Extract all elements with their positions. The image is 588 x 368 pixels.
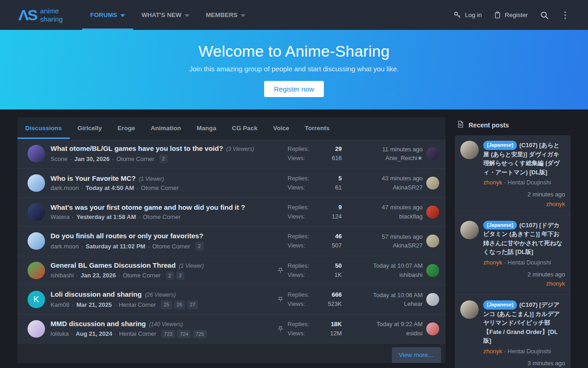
avatar[interactable]: [28, 174, 45, 192]
thread-author[interactable]: ishibashi: [51, 272, 74, 279]
forum-tab[interactable]: Girlcelly: [70, 117, 110, 139]
thread-title[interactable]: What's was your first otome game and how…: [51, 203, 245, 211]
thread-forum[interactable]: Otome Corner: [147, 243, 190, 250]
avatar[interactable]: K: [28, 291, 45, 308]
post-category[interactable]: Hentai Doujinshi: [502, 259, 551, 266]
thread-forum[interactable]: Hentai Corner: [114, 301, 156, 308]
post-category[interactable]: Hentai Doujinshi: [502, 348, 551, 355]
page-badge[interactable]: 2: [159, 155, 168, 163]
forum-tab[interactable]: Torrents: [297, 117, 337, 139]
nav-link[interactable]: MEMBERS: [198, 0, 254, 30]
thread-title[interactable]: General BL Games Discussion Thread: [51, 261, 175, 269]
document-icon: [457, 120, 464, 130]
avatar[interactable]: [28, 320, 45, 338]
thread-forum[interactable]: Otome Corner: [138, 213, 181, 220]
kebab-menu-icon[interactable]: ⋮: [561, 11, 570, 19]
last-post-time[interactable]: Today at 10:07 AM: [373, 262, 423, 269]
last-post-user[interactable]: blackflag: [399, 213, 423, 220]
forum-tab[interactable]: Eroge: [110, 117, 143, 139]
last-post-time[interactable]: 11 minutes ago: [382, 146, 423, 153]
nav-link[interactable]: WHAT'S NEW: [133, 0, 198, 30]
thread-title[interactable]: Loli discussion and sharing: [51, 290, 141, 298]
last-poster-avatar[interactable]: [426, 177, 439, 190]
forum-tab[interactable]: CG Pack: [224, 117, 266, 139]
last-post-user[interactable]: esidisi: [406, 330, 423, 337]
thread-title[interactable]: Do you finish all routes or only your fa…: [51, 232, 204, 240]
avatar[interactable]: [460, 221, 479, 239]
page-badge[interactable]: 724: [177, 330, 191, 339]
page-badge[interactable]: 27: [187, 300, 198, 309]
page-badge[interactable]: 3: [176, 271, 184, 280]
last-post-time[interactable]: Today at 10:06 AM: [373, 292, 423, 299]
thread-title[interactable]: What otome/BL/GL games have you lost to …: [51, 144, 223, 152]
forum-tab[interactable]: Voice: [265, 117, 297, 139]
page-badge[interactable]: 26: [174, 300, 185, 309]
nav-link[interactable]: FORUMS: [82, 0, 134, 30]
page-badge[interactable]: 725: [193, 330, 207, 339]
avatar[interactable]: [28, 262, 45, 279]
thread-forum[interactable]: Otome Corner: [118, 272, 160, 279]
recent-post-item[interactable]: [Japanese](C107) [デジアンコ (あんこまん)] カルデアヤリマ…: [455, 295, 571, 368]
thread-row[interactable]: What's was your first otome game and how…: [17, 198, 446, 227]
avatar[interactable]: [28, 232, 45, 250]
thread-row[interactable]: General BL Games Discussion Thread (1 Vi…: [17, 256, 446, 286]
thread-author[interactable]: Kam08: [51, 301, 69, 308]
last-post-user[interactable]: AkinaSR27: [393, 184, 423, 191]
thread-forum[interactable]: Hentai Corner: [114, 330, 156, 337]
thread-title[interactable]: MMD discussion and sharing: [51, 320, 146, 328]
thread-row[interactable]: Who is Your Favorite MC? (1 Viewer) dark…: [17, 169, 446, 198]
thread-author[interactable]: Scone: [51, 155, 68, 162]
thread-row[interactable]: K Loli discussion and sharing (26 Viewer…: [17, 285, 446, 315]
avatar[interactable]: [460, 300, 479, 319]
thread-author[interactable]: dark.moon: [51, 243, 79, 250]
last-poster-avatar[interactable]: [426, 235, 439, 247]
last-post-user[interactable]: ishibashi: [399, 271, 423, 278]
register-button[interactable]: Register: [494, 11, 528, 19]
forum-tab[interactable]: Animation: [143, 117, 189, 139]
last-post-user[interactable]: AkinaSR27: [393, 242, 423, 249]
post-category[interactable]: Hentai Doujinshi: [502, 179, 551, 186]
last-post-time[interactable]: 57 minutes ago: [382, 233, 423, 240]
last-poster-avatar[interactable]: [426, 322, 439, 335]
last-post-user[interactable]: Lehear: [404, 300, 423, 307]
last-poster-avatar[interactable]: [426, 264, 439, 277]
register-now-button[interactable]: Register now: [264, 81, 324, 97]
last-post-time[interactable]: 43 minutes ago: [382, 175, 423, 182]
page-badge[interactable]: 2: [195, 242, 204, 251]
page-badge[interactable]: 723: [161, 330, 175, 339]
post-author[interactable]: zhonyk: [483, 348, 502, 355]
post-time-user[interactable]: zhonyk: [546, 201, 565, 207]
site-logo[interactable]: ΛS anime sharing: [18, 7, 63, 23]
thread-author[interactable]: loliluka: [51, 330, 69, 337]
thread-list: What otome/BL/GL games have you lost to …: [17, 139, 446, 363]
post-author[interactable]: zhonyk: [483, 179, 502, 186]
post-time-user[interactable]: zhonyk: [546, 280, 565, 287]
thread-author[interactable]: Watera: [51, 213, 69, 220]
page-badge[interactable]: 2: [166, 271, 174, 280]
last-post-time[interactable]: Today at 9:22 AM: [377, 321, 423, 328]
last-poster-avatar[interactable]: [426, 293, 439, 306]
search-button[interactable]: [540, 11, 549, 20]
thread-row[interactable]: MMD discussion and sharing (140 Viewers)…: [17, 315, 446, 344]
thread-row[interactable]: What otome/BL/GL games have you lost to …: [17, 139, 446, 169]
last-post-user[interactable]: Anie_Reichi★: [385, 155, 423, 161]
thread-row[interactable]: Do you finish all routes or only your fa…: [17, 227, 446, 256]
avatar[interactable]: [28, 203, 45, 221]
post-author[interactable]: zhonyk: [483, 259, 502, 266]
last-poster-avatar[interactable]: [426, 147, 439, 160]
view-more-button[interactable]: View more…: [392, 347, 441, 363]
login-button[interactable]: Log in: [453, 11, 482, 19]
forum-tab[interactable]: Manga: [189, 117, 224, 139]
forum-tab[interactable]: Discussions: [17, 117, 70, 139]
avatar[interactable]: [460, 141, 479, 159]
last-poster-avatar[interactable]: [426, 206, 439, 218]
avatar[interactable]: [28, 145, 45, 162]
recent-post-item[interactable]: [Japanese](C107) [あらと屋 (あらと安里)] ダヴィガキ理解ら…: [455, 135, 571, 215]
thread-forum[interactable]: Otome Corner: [112, 155, 154, 162]
thread-author[interactable]: dark.moon: [51, 184, 79, 191]
recent-post-item[interactable]: [Japanese](C107) [ドデカビタミン (あきすこ)] 年下お姉さん…: [455, 215, 571, 295]
last-post-time[interactable]: 47 minutes ago: [382, 204, 423, 211]
thread-forum[interactable]: Otome Corner: [136, 184, 179, 191]
page-badge[interactable]: 25: [161, 300, 172, 309]
thread-title[interactable]: Who is Your Favorite MC?: [51, 174, 136, 182]
